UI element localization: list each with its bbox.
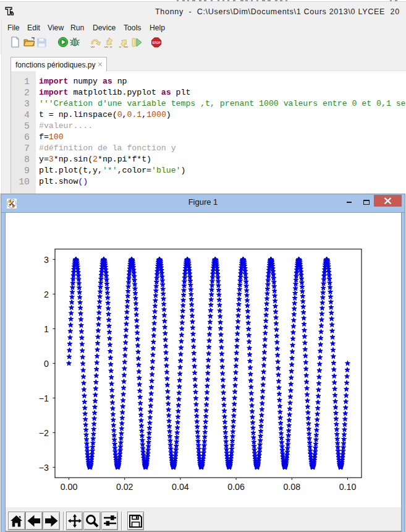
svg-text:1: 1 — [44, 324, 49, 334]
svg-text:−2: −2 — [39, 428, 49, 438]
svg-text:−3: −3 — [39, 463, 49, 473]
svg-text:0.02: 0.02 — [116, 482, 133, 492]
svg-text:STOP: STOP — [152, 41, 161, 45]
svg-text:0.00: 0.00 — [61, 482, 78, 492]
svg-text:0.04: 0.04 — [172, 482, 189, 492]
svg-text:−1: −1 — [39, 393, 49, 403]
svg-text:3: 3 — [44, 255, 49, 265]
svg-text:2: 2 — [44, 290, 49, 299]
svg-text:0.06: 0.06 — [227, 482, 245, 492]
svg-text:0: 0 — [44, 359, 49, 369]
svg-text:0.08: 0.08 — [283, 482, 300, 492]
svg-text:0.10: 0.10 — [339, 482, 357, 492]
